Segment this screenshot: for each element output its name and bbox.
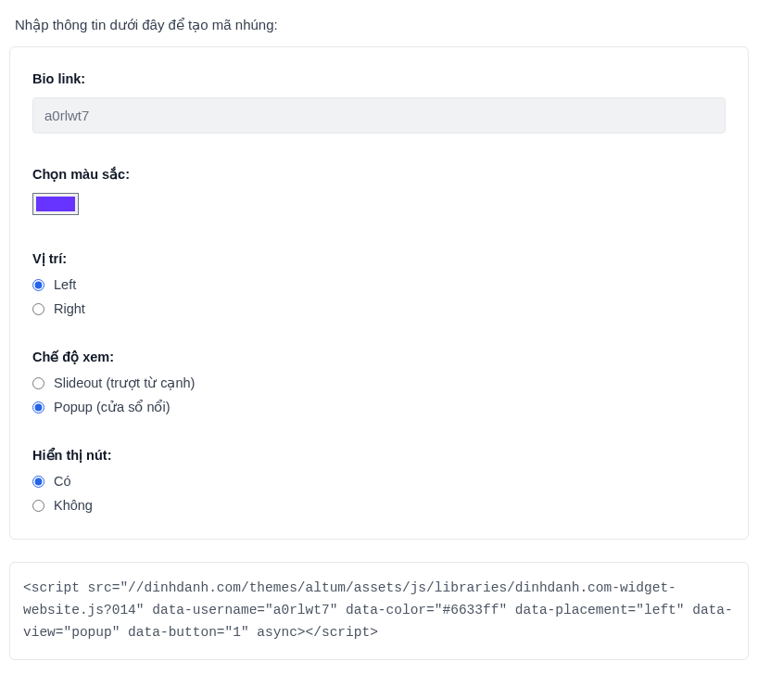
viewmode-group: Chế độ xem: Slideout (trượt từ cạnh) Pop…: [32, 350, 726, 414]
position-right-label[interactable]: Right: [54, 301, 85, 316]
viewmode-popup-label[interactable]: Popup (cửa sổ nổi): [54, 400, 171, 414]
embed-code-output[interactable]: <script src="//dinhdanh.com/themes/altum…: [9, 562, 749, 660]
viewmode-slideout-radio[interactable]: [32, 377, 44, 389]
color-picker[interactable]: [32, 193, 79, 215]
showbutton-yes-radio[interactable]: [32, 476, 44, 488]
viewmode-slideout-label[interactable]: Slideout (trượt từ cạnh): [54, 375, 195, 390]
biolink-group: Bio link:: [32, 71, 726, 134]
position-left-label[interactable]: Left: [54, 277, 76, 292]
showbutton-yes-label[interactable]: Có: [54, 474, 71, 489]
color-group: Chọn màu sắc:: [32, 167, 726, 218]
color-label: Chọn màu sắc:: [32, 167, 726, 182]
intro-text: Nhập thông tin dưới đây để tạo mã nhúng:: [15, 17, 749, 33]
biolink-label: Bio link:: [32, 71, 726, 86]
position-right-radio[interactable]: [32, 303, 44, 315]
showbutton-no-radio[interactable]: [32, 500, 44, 512]
biolink-input[interactable]: [32, 97, 726, 134]
position-group: Vị trí: Left Right: [32, 251, 726, 316]
viewmode-popup-radio[interactable]: [32, 401, 44, 414]
showbutton-group: Hiển thị nút: Có Không: [32, 448, 726, 513]
position-left-radio[interactable]: [32, 279, 44, 291]
showbutton-no-label[interactable]: Không: [54, 498, 93, 513]
color-swatch: [36, 197, 75, 211]
settings-card: Bio link: Chọn màu sắc: Vị trí: Left Rig…: [9, 46, 749, 540]
viewmode-label: Chế độ xem:: [32, 350, 726, 364]
position-label: Vị trí:: [32, 251, 726, 266]
showbutton-label: Hiển thị nút:: [32, 448, 726, 463]
